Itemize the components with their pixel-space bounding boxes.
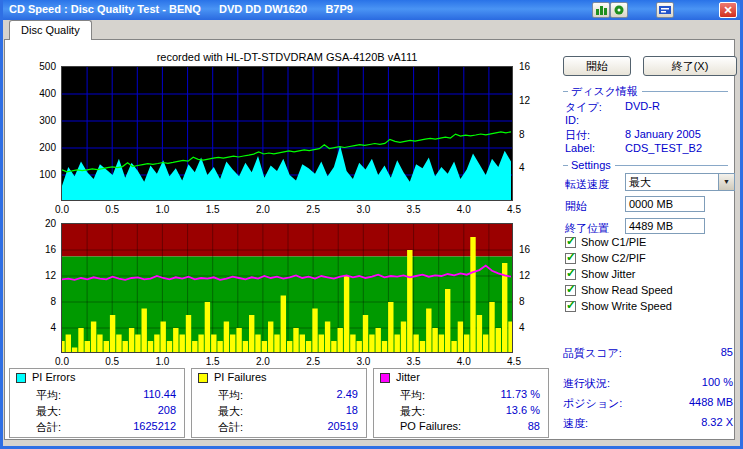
legend-stat-row: 合計:1625212 <box>36 420 176 435</box>
legend-stat-row: 合計:20519 <box>218 420 358 435</box>
disc-label-label: Label: <box>565 142 595 154</box>
settings-group-header: Settings <box>563 159 728 171</box>
x-axis-tick: 4.0 <box>453 204 475 215</box>
legend-stat-row: PO Failures:88 <box>400 420 540 432</box>
y-axis-tick-right: 8 <box>519 129 543 140</box>
close-button[interactable]: ✕ <box>719 2 737 18</box>
stat-label: 合計: <box>36 420 61 435</box>
checkbox-show-c2-pif[interactable]: ✓Show C2/PIF <box>565 251 646 265</box>
checkbox-show-read-speed[interactable]: ✓Show Read Speed <box>565 283 673 297</box>
legend-swatch-icon <box>380 373 390 383</box>
legend-stat-row: 最大:208 <box>36 404 176 419</box>
stat-value: 18 <box>346 404 358 419</box>
x-axis-tick: 1.5 <box>202 204 224 215</box>
disc-label-value: CDS_TEST_B2 <box>625 142 702 154</box>
legend-title: PI Failures <box>214 371 267 383</box>
speed-value: 8.32 X <box>701 416 733 431</box>
position-row: ポジション: 4488 MB <box>563 396 733 411</box>
stat-value: 2.49 <box>337 388 358 403</box>
stat-value: 88 <box>528 420 540 432</box>
end-position-field[interactable]: 4489 MB <box>625 218 705 234</box>
x-axis-tick: 0.0 <box>51 204 73 215</box>
start-position-field[interactable]: 0000 MB <box>625 196 705 212</box>
stat-label: 最大: <box>400 404 425 419</box>
titlebar-icon-button-1[interactable] <box>592 2 610 18</box>
x-axis-tick: 4.5 <box>503 356 525 367</box>
stat-value: 11.73 % <box>500 388 540 403</box>
checkbox-label: Show Jitter <box>581 268 635 280</box>
x-axis-tick: 1.0 <box>151 356 173 367</box>
close-icon: ✕ <box>723 3 732 17</box>
y-axis-tick-left: 8 <box>24 296 56 307</box>
y-axis-tick-left: 200 <box>24 142 56 153</box>
checkbox-box[interactable]: ✓ <box>565 301 576 312</box>
green-disc-icon <box>613 5 625 15</box>
checkbox-label: Show Read Speed <box>581 284 673 296</box>
checkbox-box[interactable]: ✓ <box>565 285 576 296</box>
position-label: ポジション: <box>563 396 622 411</box>
titlebar[interactable]: CD Speed : Disc Quality Test - BENQ DVD … <box>3 0 740 20</box>
check-icon: ✓ <box>566 266 576 280</box>
legend-stat-row: 平均:11.73 % <box>400 388 540 403</box>
checkbox-show-jitter[interactable]: ✓Show Jitter <box>565 267 635 281</box>
y-axis-tick-left: 300 <box>24 115 56 126</box>
checkbox-show-write-speed[interactable]: ✓Show Write Speed <box>565 299 672 313</box>
stat-value: 110.44 <box>143 388 176 403</box>
speed-row: 速度: 8.32 X <box>563 416 733 431</box>
titlebar-icon-button-3[interactable] <box>656 2 674 18</box>
disc-date-label: 日付: <box>565 128 590 143</box>
y-axis-tick-right: 12 <box>519 270 543 281</box>
disc-info-group-title: ディスク情報 <box>571 84 638 99</box>
x-axis-tick: 2.0 <box>252 356 274 367</box>
start-button[interactable]: 開始 <box>563 56 631 76</box>
x-axis-tick: 3.5 <box>403 356 425 367</box>
x-axis-tick: 3.5 <box>403 204 425 215</box>
chevron-down-icon[interactable]: ▼ <box>718 174 734 190</box>
x-axis-tick: 2.0 <box>252 204 274 215</box>
group-dash <box>563 91 568 92</box>
stat-value: 13.6 % <box>506 404 540 419</box>
tab-disc-quality[interactable]: Disc Quality <box>9 20 92 40</box>
progress-row: 進行状況: 100 % <box>563 376 733 391</box>
start-position-label: 開始 <box>565 199 587 214</box>
group-line <box>642 91 728 92</box>
legend-title: PI Errors <box>32 371 75 383</box>
group-line <box>615 165 728 166</box>
checkbox-box[interactable]: ✓ <box>565 253 576 264</box>
y-axis-tick-left: 4 <box>24 322 56 333</box>
legend-box-jitter: Jitter平均:11.73 %最大:13.6 %PO Failures:88 <box>373 368 549 438</box>
check-icon: ✓ <box>566 250 576 264</box>
y-axis-tick-right: 4 <box>519 322 543 333</box>
legend-box-pi-failures: PI Failures平均:2.49最大:18合計:20519 <box>191 368 367 438</box>
x-axis-tick: 3.0 <box>352 204 374 215</box>
window-title: CD Speed : Disc Quality Test - BENQ DVD … <box>9 3 353 15</box>
x-axis-tick: 2.5 <box>302 204 324 215</box>
stat-label: 平均: <box>218 388 243 403</box>
x-axis-tick: 3.0 <box>352 356 374 367</box>
transfer-speed-select[interactable]: 最大 ▼ <box>625 173 735 191</box>
y-axis-tick-right: 8 <box>519 296 543 307</box>
check-icon: ✓ <box>566 282 576 296</box>
checkbox-label: Show Write Speed <box>581 300 672 312</box>
titlebar-icon-button-2[interactable] <box>610 2 628 18</box>
blue-panel-icon <box>659 5 671 15</box>
disc-info-group-header: ディスク情報 <box>563 84 728 99</box>
transfer-speed-value: 最大 <box>626 174 718 190</box>
y-axis-tick-left: 16 <box>24 244 56 255</box>
y-axis-tick-right: 16 <box>519 61 543 72</box>
checkbox-box[interactable]: ✓ <box>565 237 576 248</box>
y-axis-tick-left: 12 <box>24 270 56 281</box>
group-dash <box>563 165 568 166</box>
stat-label: 平均: <box>400 388 425 403</box>
y-axis-tick-left: 500 <box>24 61 56 72</box>
check-icon: ✓ <box>566 298 576 312</box>
quality-chart-bottom <box>61 223 513 353</box>
exit-button[interactable]: 終了(X) <box>643 56 737 76</box>
checkbox-show-c1-pie[interactable]: ✓Show C1/PIE <box>565 235 646 249</box>
stat-label: 合計: <box>218 420 243 435</box>
legend-stat-row: 平均:110.44 <box>36 388 176 403</box>
chart-recorded-with-caption: recorded with HL-DT-STDVDRAM GSA-4120B v… <box>61 51 513 63</box>
checkbox-box[interactable]: ✓ <box>565 269 576 280</box>
legend-stat-row: 最大:13.6 % <box>400 404 540 419</box>
speed-label: 速度: <box>563 416 588 431</box>
